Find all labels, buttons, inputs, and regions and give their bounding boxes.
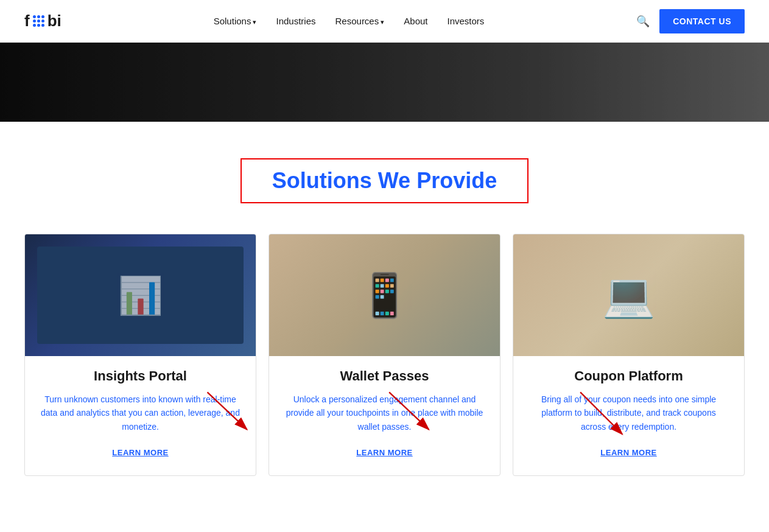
card-title-insights: Insights Portal	[82, 368, 199, 384]
nav-link-industries[interactable]: Industries	[276, 16, 315, 26]
nav-item-resources[interactable]: Resources	[335, 16, 385, 27]
nav-right: 🔍 CONTACT US	[636, 9, 745, 33]
logo[interactable]: f bi	[24, 12, 61, 30]
card-title-coupon: Coupon Platform	[562, 368, 695, 384]
nav-item-solutions[interactable]: Solutions	[214, 16, 257, 27]
card-desc-coupon: Bring all of your coupon needs into one …	[513, 393, 744, 433]
cards-container: Insights Portal Turn unknown customers i…	[24, 234, 745, 476]
nav-link-about[interactable]: About	[404, 16, 427, 26]
card-image-wallet	[269, 234, 500, 356]
card-wallet-passes: Wallet Passes Unlock a personalized enga…	[269, 234, 500, 476]
section-title: Solutions We Provide	[272, 168, 497, 194]
search-icon: 🔍	[636, 15, 650, 27]
contact-us-button[interactable]: CONTACT US	[659, 9, 745, 33]
card-image-insights	[25, 234, 256, 356]
nav-links: Solutions Industries Resources About Inv…	[214, 16, 485, 27]
nav-link-resources[interactable]: Resources	[335, 16, 385, 26]
card-link-coupon[interactable]: LEARN MORE	[600, 448, 656, 457]
nav-item-investors[interactable]: Investors	[447, 16, 484, 27]
card-link-insights[interactable]: LEARN MORE	[112, 448, 168, 457]
card-link-wallet[interactable]: LEARN MORE	[356, 448, 412, 457]
logo-f-letter: f	[24, 12, 30, 30]
section-title-box: Solutions We Provide	[241, 158, 528, 203]
card-desc-insights: Turn unknown customers into known with r…	[25, 393, 256, 433]
nav-link-investors[interactable]: Investors	[447, 16, 484, 26]
section-title-wrapper: Solutions We Provide	[24, 158, 745, 203]
card-insights-portal: Insights Portal Turn unknown customers i…	[24, 234, 256, 476]
card-title-wallet: Wallet Passes	[328, 368, 441, 384]
hero-banner	[0, 43, 769, 122]
logo-dot-grid	[33, 15, 44, 27]
navigation: f bi Solutions Industries Resources Abou…	[0, 0, 769, 43]
card-desc-wallet: Unlock a personalized engagement channel…	[269, 393, 500, 433]
nav-item-about[interactable]: About	[404, 16, 427, 27]
card-image-coupon	[513, 234, 744, 356]
main-content: Solutions We Provide Insights Portal Tur…	[0, 122, 769, 513]
nav-item-industries[interactable]: Industries	[276, 16, 315, 27]
nav-link-solutions[interactable]: Solutions	[214, 16, 257, 26]
logo-bi-letters: bi	[47, 12, 61, 30]
search-button[interactable]: 🔍	[636, 15, 650, 28]
card-coupon-platform: Coupon Platform Bring all of your coupon…	[513, 234, 745, 476]
